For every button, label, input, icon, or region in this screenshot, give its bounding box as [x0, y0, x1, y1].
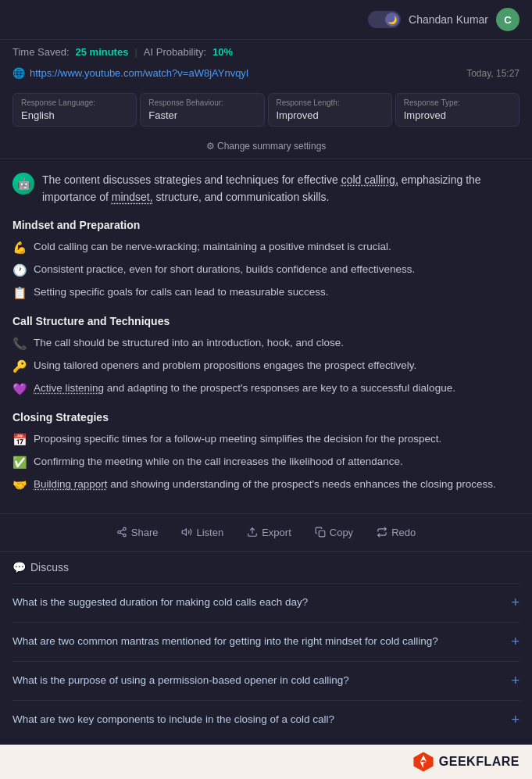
main-content: 🤖 The content discusses strategies and t…	[0, 159, 532, 513]
type-value: Improved	[404, 109, 511, 121]
ai-prob-value: 10%	[212, 46, 233, 58]
svg-point-1	[118, 531, 121, 534]
language-value: English	[21, 109, 128, 121]
redo-icon	[377, 527, 387, 538]
discuss-item-4[interactable]: What are two key components to include i…	[12, 700, 520, 739]
bullet-mindset-3: 📋 Setting specific goals for calls can l…	[12, 284, 520, 301]
bullet-mindset-2-text: Consistent practice, even for short dura…	[34, 262, 415, 278]
emoji-key: 🔑	[12, 358, 27, 374]
geekflare-brand: GEEKFLARE	[439, 755, 520, 769]
summary-intro: 🤖 The content discusses strategies and t…	[12, 171, 520, 206]
action-bar: Share Listen Export Copy Redo	[0, 513, 532, 552]
expand-icon-1: +	[511, 595, 520, 611]
change-settings-btn[interactable]: ⚙ Change summary settings	[206, 141, 327, 152]
bullet-mindset-1-text: Cold calling can be nerve-wracking; main…	[34, 239, 391, 255]
underline-active-listening: Active listening	[34, 382, 104, 394]
type-label: Response Type:	[404, 98, 511, 107]
bullet-structure-1: 📞 The call should be structured into an …	[12, 335, 520, 352]
globe-icon: 🌐	[12, 67, 25, 79]
discuss-question-1: What is the suggested duration for makin…	[12, 595, 511, 610]
expand-icon-4: +	[511, 712, 520, 728]
underline-mindset: mindset,	[112, 191, 153, 203]
discuss-item-1[interactable]: What is the suggested duration for makin…	[12, 583, 520, 622]
avatar: C	[496, 8, 520, 31]
settings-cards: Response Language: English Response Beha…	[0, 87, 532, 133]
copy-button[interactable]: Copy	[310, 524, 358, 541]
bullet-closing-2: ✅ Confirming the meeting while on the ca…	[12, 454, 520, 470]
length-value: Improved	[277, 109, 384, 121]
share-button[interactable]: Share	[112, 524, 163, 541]
bullet-closing-1: 📅 Proposing specific times for a follow-…	[12, 431, 520, 448]
bullet-structure-1-text: The call should be structured into an in…	[34, 335, 344, 352]
share-icon	[116, 527, 127, 538]
redo-button[interactable]: Redo	[372, 524, 420, 541]
svg-rect-7	[319, 531, 325, 538]
footer: GEEKFLARE	[0, 745, 532, 779]
change-settings-bar: ⚙ Change summary settings	[0, 133, 532, 159]
bullet-structure-2: 🔑 Using tailored openers and problem pro…	[12, 358, 520, 374]
svg-point-0	[123, 527, 127, 531]
app-header: 🌙 Chandan Kumar C	[0, 0, 532, 40]
summary-intro-text: The content discusses strategies and tec…	[42, 171, 520, 206]
discuss-section: 💬 Discuss What is the suggested duration…	[0, 552, 532, 739]
bullet-structure-3: 💜 Active listening and adapting to the p…	[12, 381, 520, 397]
settings-card-behaviour: Response Behaviour: Faster	[140, 93, 264, 127]
section-structure-title: Call Structure and Techniques	[12, 315, 520, 327]
emoji-calendar: 📅	[12, 431, 27, 448]
discuss-header: 💬 Discuss	[12, 561, 520, 574]
discuss-question-2: What are two common mantras mentioned fo…	[12, 634, 511, 649]
emoji-handshake: 🤝	[12, 477, 27, 493]
ai-prob-label: AI Probability:	[144, 46, 206, 58]
gear-icon: ⚙	[206, 141, 215, 152]
emoji-purple-circle: 💜	[12, 381, 27, 397]
video-url[interactable]: 🌐 https://www.youtube.com/watch?v=aW8jAY…	[12, 67, 248, 79]
change-settings-label: Change summary settings	[217, 141, 326, 152]
discuss-item-2[interactable]: What are two common mantras mentioned fo…	[12, 622, 520, 661]
language-label: Response Language:	[21, 98, 128, 107]
url-text: https://www.youtube.com/watch?v=aW8jAYnv…	[30, 67, 248, 79]
bullet-structure-3-text: Active listening and adapting to the pro…	[34, 381, 455, 397]
export-label: Export	[262, 527, 291, 538]
moon-icon: 🌙	[387, 16, 397, 24]
section-closing: Closing Strategies 📅 Proposing specific …	[12, 411, 520, 493]
discuss-question-3: What is the purpose of using a permissio…	[12, 674, 511, 688]
emoji-clock: 🕐	[12, 262, 27, 278]
emoji-check: ✅	[12, 454, 27, 470]
behaviour-label: Response Behaviour:	[148, 98, 255, 107]
listen-button[interactable]: Listen	[177, 524, 228, 541]
bullet-structure-2-text: Using tailored openers and problem propo…	[34, 358, 416, 374]
export-button[interactable]: Export	[242, 524, 296, 541]
toggle-knob: 🌙	[385, 13, 399, 27]
timestamp: Today, 15:27	[466, 68, 520, 79]
emoji-muscle: 💪	[12, 239, 27, 255]
settings-card-length: Response Length: Improved	[268, 93, 392, 127]
section-structure: Call Structure and Techniques 📞 The call…	[12, 315, 520, 397]
behaviour-value: Faster	[148, 109, 255, 121]
ai-summary-icon: 🤖	[12, 173, 34, 195]
share-label: Share	[131, 527, 159, 538]
svg-line-3	[120, 533, 123, 534]
expand-icon-2: +	[511, 634, 520, 650]
url-bar: 🌐 https://www.youtube.com/watch?v=aW8jAY…	[0, 64, 532, 87]
section-closing-title: Closing Strategies	[12, 411, 520, 423]
listen-icon	[181, 527, 192, 538]
discuss-icon: 💬	[12, 561, 26, 574]
underline-cold-calling: cold calling,	[341, 173, 398, 186]
settings-card-type: Response Type: Improved	[395, 93, 520, 127]
underline-building-rapport: Building rapport	[34, 478, 108, 490]
bullet-closing-3: 🤝 Building rapport and showing understan…	[12, 477, 520, 493]
geekflare-logo: GEEKFLARE	[412, 751, 520, 773]
user-name: Chandan Kumar	[409, 13, 488, 26]
copy-icon	[315, 527, 326, 538]
expand-icon-3: +	[511, 673, 520, 689]
redo-label: Redo	[391, 527, 416, 538]
svg-line-4	[120, 530, 123, 531]
theme-toggle[interactable]: 🌙	[368, 11, 401, 28]
copy-label: Copy	[330, 527, 353, 538]
section-mindset: Mindset and Preparation 💪 Cold calling c…	[12, 219, 520, 301]
section-mindset-title: Mindset and Preparation	[12, 219, 520, 231]
discuss-item-3[interactable]: What is the purpose of using a permissio…	[12, 661, 520, 700]
bullet-mindset-3-text: Setting specific goals for calls can lea…	[34, 284, 328, 301]
discuss-question-4: What are two key components to include i…	[12, 713, 511, 727]
stats-divider: |	[134, 46, 137, 58]
